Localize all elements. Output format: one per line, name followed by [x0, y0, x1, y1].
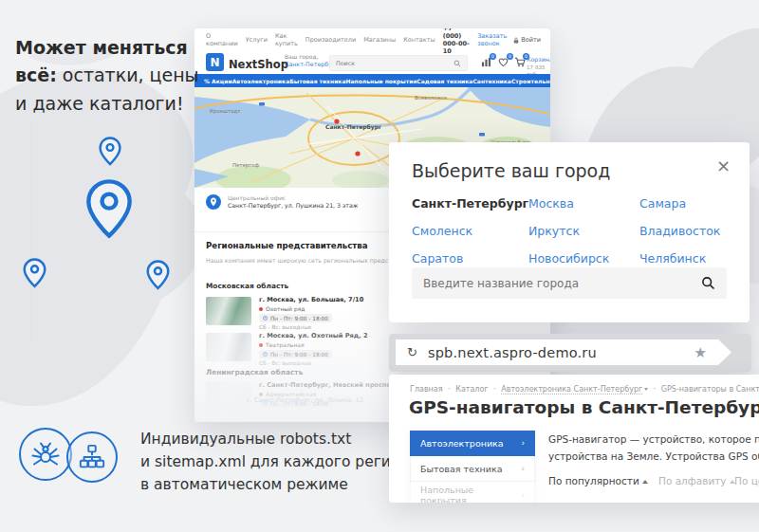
url-text[interactable]: spb.next.aspro-demo.ru [428, 345, 597, 360]
callback-link[interactable]: Заказать звонок [477, 32, 507, 47]
gps-category-page: Главная · Каталог · Автоэлектроника Санк… [389, 375, 759, 503]
city-option-vladivostok[interactable]: Владивосток [639, 224, 727, 238]
sidebar-item-flooring[interactable]: Напольные покрытия › [410, 482, 535, 503]
city-search-input[interactable] [423, 277, 701, 290]
nextshop-logo[interactable]: N [206, 53, 224, 71]
location-pin-icon [146, 260, 170, 290]
shop-search-field[interactable] [329, 55, 468, 71]
nav-link-stores[interactable]: Магазины [363, 36, 396, 44]
map-label-peterhof: Петергоф [232, 162, 259, 169]
breadcrumb-gps[interactable]: GPS-навигаторы в Санкт-Петербурге [661, 385, 759, 394]
promo-canvas: Может меняться всё: остатки, цены и даже… [0, 0, 759, 532]
city-option-spb[interactable]: Санкт-Петербург [412, 196, 528, 211]
city-option-saratov[interactable]: Саратов [412, 251, 528, 266]
nav-link-how-to-buy[interactable]: Как купить [275, 32, 298, 47]
nav-link-manufacturers[interactable]: Производители [305, 36, 356, 44]
city-option-moscow[interactable]: Москва [528, 196, 639, 211]
robots-circle [19, 428, 72, 481]
utility-nav: О компании Услуги Как купить Производите… [206, 34, 541, 46]
city-search-field[interactable] [412, 267, 727, 299]
compare-count-badge: 0 [490, 53, 496, 60]
chevron-down-icon[interactable] [644, 388, 648, 391]
office-name[interactable]: г. Москва, ул. Охотный Ряд, 2 [259, 332, 368, 339]
sitemap-icon [78, 443, 106, 471]
shop-search-input[interactable] [336, 60, 454, 66]
sidebar-item-autoelectronics[interactable]: Автоэлектроника › [410, 431, 535, 456]
contact-office: Центральный офис Санкт-Петербург, ул. Пу… [206, 194, 358, 210]
city-option-samara[interactable]: Самара [639, 196, 727, 211]
nav-link-services[interactable]: Услуги [246, 36, 268, 44]
office-photo [206, 382, 251, 411]
header-phone[interactable]: +7 (000) 000-00-10 [443, 28, 472, 55]
menu-item-flooring[interactable]: Напольные покрытия [345, 78, 417, 84]
headline-line3: и даже каталоги! [15, 93, 184, 114]
lock-icon [513, 37, 519, 44]
city-option-chelyabinsk[interactable]: Челябинск [639, 251, 727, 266]
office-name[interactable]: г. Москва, ул. Большая, 7/10 [259, 296, 363, 303]
cart-label: Корзина [527, 56, 550, 64]
location-pin-icon [23, 258, 46, 288]
metro-dot-icon [259, 307, 263, 311]
region-group-leningrad: Ленинградская область [206, 368, 303, 376]
office-closed: Сб - Вс: выходные [259, 360, 368, 366]
page-title: GPS-навигаторы в Санкт-Петербурге [409, 397, 759, 417]
office-photo [206, 333, 251, 361]
cart-button[interactable]: 0 [514, 57, 526, 68]
catalog-menu: % Акции Автоэлектроника Бытовая техника … [194, 74, 550, 87]
menu-item-building-materials[interactable]: Строительные материалы [511, 78, 550, 84]
city-option-novosibirsk[interactable]: Новосибирск [528, 251, 639, 266]
menu-item-plumbing[interactable]: Сантехника [472, 78, 511, 84]
menu-item-garden[interactable]: Садовая техника [417, 78, 472, 84]
breadcrumb-autoelectronics[interactable]: Автоэлектроника Санкт-Петербург [501, 385, 642, 394]
close-icon[interactable]: × [716, 157, 731, 174]
headline-line2-bold: всё: [15, 64, 57, 85]
sort-by-price[interactable]: По цене [734, 475, 759, 486]
refresh-icon[interactable]: ↻ [407, 345, 417, 359]
city-grid: Санкт-Петербург Москва Самара Смоленск И… [412, 196, 727, 266]
regional-section-title: Региональные представительства [206, 241, 368, 250]
search-icon[interactable] [701, 276, 715, 290]
breadcrumb-catalog[interactable]: Каталог [455, 385, 488, 394]
metro-dot-icon [259, 343, 263, 347]
office-hours: Пн - Пт: 9:00 - 18:00 [270, 316, 328, 321]
description-line2: устройства на Земле. Устройства GPS обес… [548, 450, 759, 462]
sidebar-item-appliances[interactable]: Бытовая техника › [410, 456, 535, 482]
clock-icon [263, 352, 268, 357]
clock-icon [263, 316, 268, 321]
map-label-spb: Санкт-Петербург [325, 123, 381, 131]
office-more-link[interactable]: г. Санкт-Петербург, пр. Ленина, 12 [247, 396, 363, 404]
favorites-button[interactable]: 0 [498, 57, 509, 68]
search-icon [454, 60, 461, 67]
nav-link-about[interactable]: О компании [206, 32, 238, 47]
map-label-kronstadt: Кронштадт [210, 108, 240, 115]
compare-button[interactable]: 0 [481, 57, 492, 68]
sitemap-circle [66, 431, 118, 483]
bookmark-star-icon[interactable]: ★ [694, 344, 707, 361]
url-field[interactable]: ↻ spb.next.aspro-demo.ru ★ [396, 339, 731, 365]
city-option-irkutsk[interactable]: Иркутск [528, 224, 639, 238]
login-link[interactable]: Войти [513, 36, 541, 44]
breadcrumb-home[interactable]: Главная [410, 385, 443, 394]
nav-link-contacts[interactable]: Контакты [403, 36, 435, 44]
pin-icon [206, 194, 221, 210]
office-hours: Пн - Пт: 9:00 - 18:00 [270, 352, 328, 358]
headline: Может меняться всё: остатки, цены и даже… [15, 34, 199, 118]
chevron-right-icon: › [521, 438, 525, 448]
headline-line1: Может меняться [15, 37, 188, 58]
menu-item-autoelectronics[interactable]: Автоэлектроника [232, 78, 290, 84]
description-line1: GPS-навигатор — устройство, которое полу… [548, 433, 759, 445]
brand-name: NextShop [229, 58, 288, 71]
menu-item-appliances[interactable]: Бытовая техника [289, 78, 345, 84]
city-option-smolensk[interactable]: Смоленск [412, 224, 528, 238]
chevron-right-icon: › [521, 490, 525, 500]
feature-line2: и sitemap.xml для каждого региона [140, 453, 418, 470]
sort-by-alphabet[interactable]: По алфавиту [658, 475, 735, 486]
metro-dot-icon [259, 393, 263, 396]
menu-item-sales[interactable]: % Акции [204, 78, 232, 84]
category-description: GPS-навигатор — устройство, которое полу… [548, 431, 759, 466]
sort-by-popularity[interactable]: По популярности [548, 475, 648, 486]
chevron-right-icon: › [521, 464, 525, 473]
caret-up-icon [642, 480, 648, 484]
headline-line2-rest: остатки, цены [57, 64, 199, 85]
office-closed: Сб - Вс: выходные [259, 324, 363, 330]
